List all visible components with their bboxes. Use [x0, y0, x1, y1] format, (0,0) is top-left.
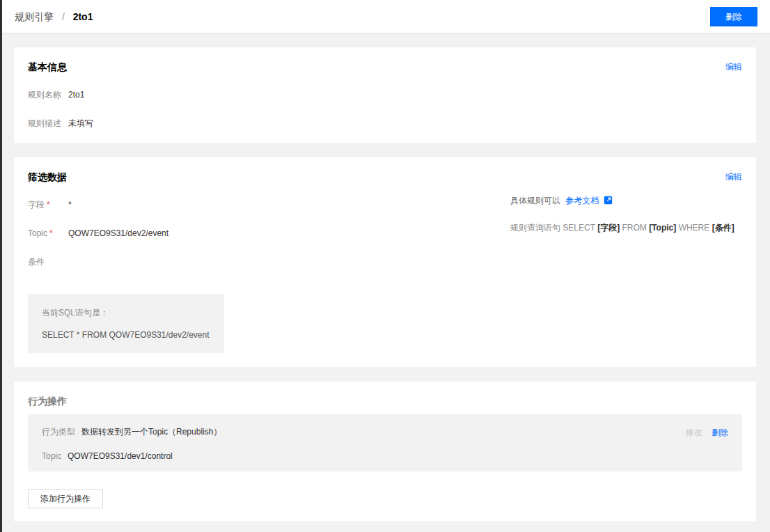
rule-desc-row: 规则描述 未填写 — [28, 118, 742, 128]
basic-info-card: 基本信息 编辑 规则名称 2to1 规则描述 未填写 — [14, 47, 756, 143]
action-topic-row: Topic QOW7EO9S31/dev1/control — [42, 451, 728, 461]
basic-info-edit-link[interactable]: 编辑 — [725, 61, 742, 73]
filter-data-card: 筛选数据 编辑 字段* * Topic* QOW7EO9S31/dev2/eve… — [14, 157, 756, 367]
action-type-value: 数据转发到另一个Topic（Republish） — [81, 427, 221, 437]
select-field-value: * — [68, 200, 72, 210]
query-placeholder-condition: [条件] — [712, 223, 734, 233]
select-field-label: 字段* — [28, 200, 68, 210]
rule-hint-column: 具体规则可以 参考文档 规则查询语句 SELECT [字段] FROM [Top… — [510, 196, 734, 233]
rule-name-label: 规则名称 — [28, 90, 68, 100]
basic-info-title: 基本信息 — [28, 61, 67, 72]
doc-hint-prefix: 具体规则可以 — [510, 196, 560, 205]
doc-hint-line: 具体规则可以 参考文档 — [510, 196, 734, 207]
breadcrumb-separator: / — [62, 11, 65, 22]
action-delete-link[interactable]: 删除 — [712, 428, 728, 437]
query-keyword-from: FROM — [622, 223, 647, 233]
action-modify-link[interactable]: 修改 — [686, 428, 702, 437]
current-sql-label: 当前SQL语句是： — [42, 308, 210, 318]
query-placeholder-field: [字段] — [597, 223, 620, 233]
sidebar-edge — [0, 0, 2, 532]
action-type-row: 行为类型 数据转发到另一个Topic（Republish） — [42, 427, 728, 437]
required-asterisk: * — [49, 228, 53, 238]
breadcrumb-rule-engine[interactable]: 规则引擎 — [15, 11, 54, 22]
delete-rule-button[interactable]: 删除 — [710, 7, 757, 26]
rule-desc-value: 未填写 — [68, 118, 93, 128]
rule-desc-label: 规则描述 — [28, 118, 68, 128]
external-link-icon[interactable] — [604, 196, 613, 207]
actions-card: 行为操作 行为类型 数据转发到另一个Topic（Republish） Topic… — [14, 382, 756, 521]
action-item-links: 修改 删除 — [679, 427, 728, 439]
action-type-label: 行为类型 — [42, 427, 75, 437]
query-placeholder-topic: [Topic] — [649, 223, 676, 233]
breadcrumb-current-rule: 2to1 — [73, 11, 93, 22]
action-topic-value: QOW7EO9S31/dev1/control — [68, 451, 173, 461]
action-item: 行为类型 数据转发到另一个Topic（Republish） Topic QOW7… — [28, 414, 742, 471]
action-topic-label: Topic — [42, 451, 61, 461]
add-action-button[interactable]: 添加行为操作 — [28, 489, 103, 508]
query-hint: 规则查询语句 SELECT [字段] FROM [Topic] WHERE [条… — [510, 223, 734, 233]
filter-data-title: 筛选数据 — [28, 171, 67, 182]
filter-data-edit-link[interactable]: 编辑 — [725, 171, 742, 183]
rule-name-value: 2to1 — [68, 90, 84, 100]
current-sql-statement: SELECT * FROM QOW7EO9S31/dev2/event — [42, 330, 210, 340]
actions-title: 行为操作 — [28, 396, 67, 407]
required-asterisk: * — [47, 200, 50, 210]
rule-name-row: 规则名称 2to1 — [28, 90, 742, 100]
topic-value: QOW7EO9S31/dev2/event — [68, 228, 168, 238]
condition-label: 条件 — [28, 257, 68, 267]
breadcrumb: 规则引擎 / 2to1 — [15, 10, 93, 23]
doc-reference-link[interactable]: 参考文档 — [565, 196, 599, 205]
page-header: 规则引擎 / 2to1 删除 — [0, 0, 770, 33]
topic-label: Topic* — [28, 228, 68, 238]
condition-row: 条件 — [28, 257, 742, 267]
query-keyword-select: SELECT — [563, 223, 595, 233]
query-hint-prefix: 规则查询语句 — [510, 223, 560, 233]
current-sql-box: 当前SQL语句是： SELECT * FROM QOW7EO9S31/dev2/… — [28, 294, 224, 353]
query-keyword-where: WHERE — [679, 223, 710, 233]
